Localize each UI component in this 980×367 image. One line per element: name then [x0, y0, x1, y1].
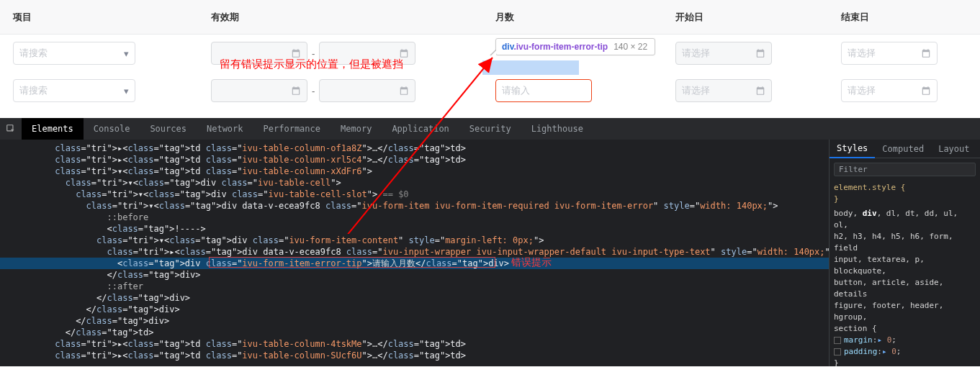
start-date[interactable]: 请选择 [675, 79, 772, 102]
devtools-element-tooltip: div.ivu-form-item-error-tip 140 × 22 [495, 38, 655, 55]
end-date[interactable]: 请选择 [841, 79, 938, 102]
calendar-icon [399, 48, 409, 58]
tooltip-dims: 140 × 22 [613, 42, 647, 52]
tooltip-class: .ivu-form-item-error-tip [513, 42, 608, 52]
end-date[interactable]: 请选择 [841, 42, 938, 65]
devtools-tab-lighthouse[interactable]: Lighthouse [521, 118, 593, 140]
tooltip-tag: div [502, 42, 513, 52]
project-select[interactable]: 请搜索 ▾ [13, 42, 135, 65]
devtools-panel: ElementsConsoleSourcesNetworkPerformance… [0, 118, 980, 366]
devtools-tab-network[interactable]: Network [197, 118, 253, 140]
calendar-icon [921, 86, 931, 96]
select-placeholder: 请搜索 [19, 84, 48, 97]
col-header-validity: 有效期 [198, 11, 482, 24]
date-placeholder: 请选择 [682, 47, 710, 60]
chevron-down-icon: ▾ [124, 48, 129, 59]
devtools-tab-security[interactable]: Security [459, 118, 521, 140]
devtools-tab-memory[interactable]: Memory [331, 118, 382, 140]
calendar-icon [755, 48, 765, 58]
col-header-start: 开始日 [662, 11, 828, 24]
devtools-tab-performance[interactable]: Performance [253, 118, 331, 140]
col-header-project: 项目 [0, 11, 198, 24]
project-select[interactable]: 请搜索 ▾ [13, 79, 135, 102]
select-placeholder: 请搜索 [19, 47, 48, 60]
styles-pane[interactable]: StylesComputedLayoutEve Filter element.s… [829, 140, 980, 366]
styles-tab-eve[interactable]: Eve [977, 140, 980, 158]
devtools-tab-sources[interactable]: Sources [140, 118, 197, 140]
table-row: 请搜索 ▾ - 请选择 [0, 35, 980, 72]
calendar-icon [921, 48, 931, 58]
styles-tab-layout[interactable]: Layout [931, 140, 976, 158]
inspect-toggle-icon[interactable] [0, 124, 22, 134]
devtools-tab-console[interactable]: Console [84, 118, 140, 140]
annotation-error-label: 错误提示 [511, 256, 552, 269]
date-placeholder: 请选择 [848, 84, 876, 97]
table-row: 请搜索 ▾ - 请输入 请选 [0, 72, 980, 109]
annotation-box [209, 257, 495, 268]
styles-filter-input[interactable]: Filter [834, 163, 976, 176]
date-placeholder: 请选择 [848, 47, 876, 60]
start-date[interactable]: 请选择 [675, 42, 772, 65]
input-placeholder: 请输入 [502, 84, 530, 97]
devtools-tab-elements[interactable]: Elements [22, 118, 84, 140]
col-header-months: 月数 [482, 11, 662, 24]
calendar-icon [291, 86, 301, 96]
validity-start-date[interactable] [211, 79, 307, 102]
styles-tab-computed[interactable]: Computed [875, 140, 931, 158]
table-header-row: 项目 有效期 月数 开始日 结束日 [0, 0, 980, 35]
col-header-end: 结束日 [828, 11, 980, 24]
calendar-icon [399, 86, 409, 96]
chevron-down-icon: ▾ [124, 86, 129, 96]
form-table: 项目 有效期 月数 开始日 结束日 请搜索 ▾ - [0, 0, 980, 118]
date-placeholder: 请选择 [682, 84, 710, 97]
styles-tab-styles[interactable]: Styles [830, 140, 875, 158]
months-input[interactable]: 请输入 [495, 79, 592, 102]
annotation-note: 留有错误提示显示的位置，但是被遮挡 [220, 58, 403, 71]
range-dash: - [312, 86, 315, 96]
calendar-icon [291, 48, 301, 58]
elements-dom-tree[interactable]: class="tri">▸<class="tag">td class="ivu-… [0, 140, 829, 366]
devtools-tabbar: ElementsConsoleSourcesNetworkPerformance… [0, 118, 980, 140]
calendar-icon [755, 86, 765, 96]
validity-end-date[interactable] [319, 79, 415, 102]
devtools-tab-application[interactable]: Application [382, 118, 459, 140]
